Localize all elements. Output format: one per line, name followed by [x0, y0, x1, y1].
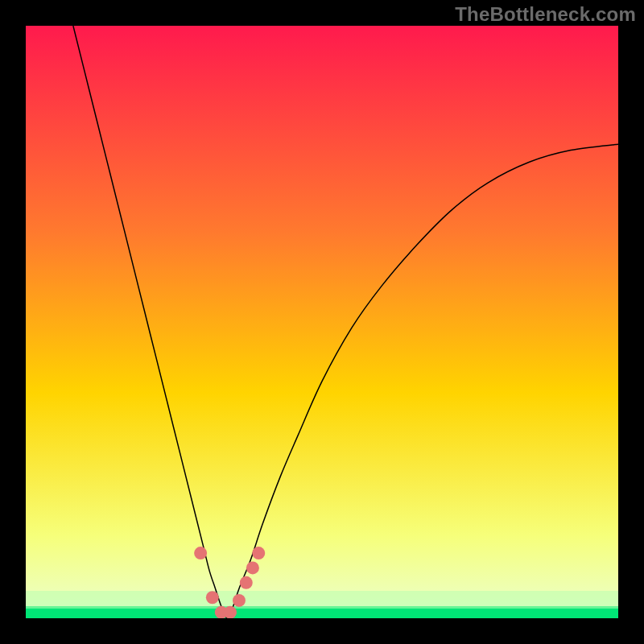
chart-frame: TheBottleneck.com — [0, 0, 644, 644]
highlight-point — [252, 547, 265, 559]
highlight-point — [206, 591, 219, 604]
green-fade — [26, 591, 618, 609]
watermark-text: TheBottleneck.com — [455, 3, 636, 26]
plot-area — [26, 26, 618, 618]
highlight-point — [224, 606, 237, 618]
highlight-point — [194, 547, 207, 559]
gradient-background — [26, 26, 618, 618]
highlight-point — [233, 594, 246, 607]
chart-svg — [26, 26, 618, 618]
highlight-point — [246, 561, 259, 574]
highlight-point — [240, 576, 253, 589]
